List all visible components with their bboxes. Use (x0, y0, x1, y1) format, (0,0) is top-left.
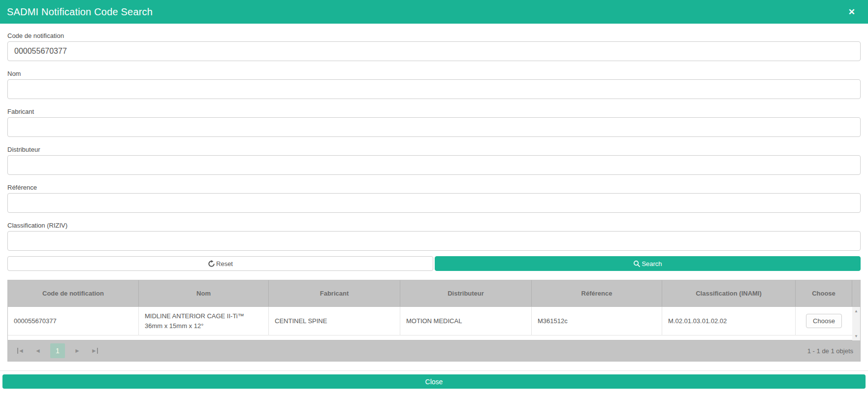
field-code-de-notification: Code de notification (7, 32, 861, 61)
close-icon[interactable]: ✕ (843, 6, 860, 18)
field-classification-riziv: Classification (RIZIV) (7, 222, 861, 251)
field-label: Classification (RIZIV) (7, 222, 861, 229)
pager-nav: ◄ ◄ 1 ► ► (15, 343, 100, 358)
scroll-down-icon[interactable]: ▼ (854, 332, 858, 340)
column-header-distributeur: Distributeur (400, 280, 532, 306)
field-distributeur: Distributeur (7, 146, 861, 175)
close-button-label: Close (425, 378, 443, 386)
column-header-fabricant: Fabricant (269, 280, 400, 306)
close-button[interactable]: Close (2, 374, 866, 389)
code-de-notification-input[interactable] (7, 41, 861, 61)
next-page-button[interactable]: ► (71, 344, 84, 357)
cell-nom: MIDLINE ANTERIOR CAGE II-Ti™ 36mm x 15mm… (139, 307, 269, 335)
table-row: 000055670377 MIDLINE ANTERIOR CAGE II-Ti… (8, 307, 860, 335)
column-header-reference: Référence (532, 280, 662, 306)
reference-input[interactable] (7, 193, 861, 213)
results-grid: Code de notification Nom Fabricant Distr… (7, 280, 861, 362)
field-reference: Référence (7, 184, 861, 213)
grid-body: 000055670377 MIDLINE ANTERIOR CAGE II-Ti… (8, 306, 860, 340)
fabricant-input[interactable] (7, 117, 861, 137)
search-form: Code de notification Nom Fabricant Distr… (0, 32, 868, 251)
column-header-scrollbar-spacer (852, 280, 860, 306)
cell-reference: M361512c (532, 307, 662, 335)
cell-code-de-notification: 000055670377 (8, 307, 139, 335)
field-label: Code de notification (7, 32, 861, 39)
search-icon (633, 260, 641, 267)
grid-header-row: Code de notification Nom Fabricant Distr… (8, 280, 860, 306)
column-header-classification-inami: Classification (INAMI) (662, 280, 796, 306)
modal-header: SADMI Notification Code Search ✕ (0, 0, 868, 24)
grid-pager: ◄ ◄ 1 ► ► 1 - 1 de 1 objets (8, 340, 860, 361)
search-button[interactable]: Search (435, 256, 861, 271)
pager-info: 1 - 1 de 1 objets (807, 347, 853, 355)
scroll-up-icon[interactable]: ▲ (854, 307, 858, 315)
vertical-scrollbar[interactable]: ▲ ▼ (852, 307, 860, 340)
distributeur-input[interactable] (7, 155, 861, 175)
field-label: Distributeur (7, 146, 861, 153)
cell-choose: Choose (796, 307, 852, 335)
field-label: Fabricant (7, 108, 861, 115)
field-label: Référence (7, 184, 861, 191)
cell-classification-inami: M.02.01.03.01.02.02 (662, 307, 796, 335)
column-header-code-de-notification: Code de notification (8, 280, 139, 306)
field-label: Nom (7, 70, 861, 77)
last-page-button[interactable]: ► (88, 344, 100, 357)
form-actions: Reset Search (0, 256, 868, 271)
classification-riziv-input[interactable] (7, 231, 861, 251)
column-header-choose: Choose (796, 280, 852, 306)
field-fabricant: Fabricant (7, 108, 861, 137)
cell-fabricant: CENTINEL SPINE (269, 307, 400, 335)
field-nom: Nom (7, 70, 861, 99)
previous-page-button[interactable]: ◄ (32, 344, 44, 357)
modal-title: SADMI Notification Code Search (7, 6, 153, 18)
nom-input[interactable] (7, 79, 861, 99)
footer-divider (0, 370, 868, 371)
reset-button[interactable]: Reset (7, 256, 433, 271)
refresh-icon (208, 260, 215, 267)
column-header-nom: Nom (139, 280, 269, 306)
choose-button[interactable]: Choose (806, 314, 842, 328)
first-page-button[interactable]: ◄ (15, 344, 28, 357)
cell-distributeur: MOTION MEDICAL (400, 307, 532, 335)
reset-button-label: Reset (216, 260, 233, 267)
page-number-button[interactable]: 1 (50, 343, 65, 358)
search-button-label: Search (642, 260, 662, 267)
